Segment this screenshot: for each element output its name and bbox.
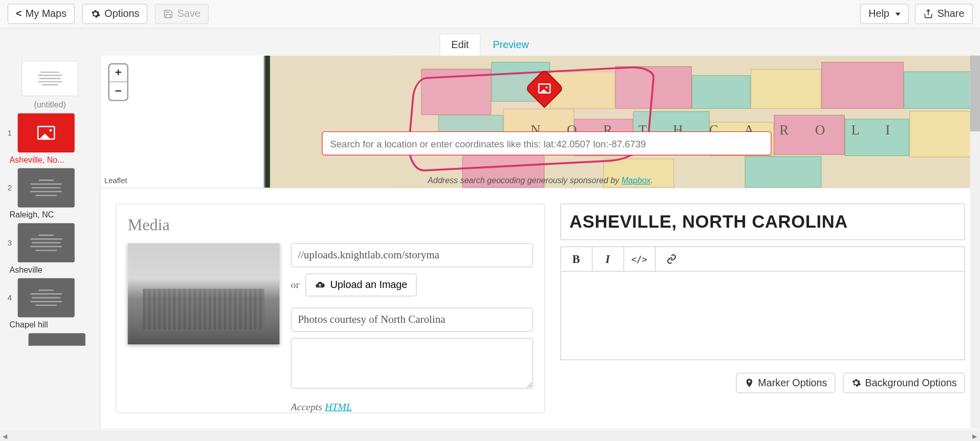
zoom-in-button[interactable]: + <box>110 64 127 82</box>
topbar: < My Maps Options Save Help Share <box>0 0 980 29</box>
slide-label: Raleigh, NC <box>10 210 100 219</box>
vertical-scrollbar[interactable] <box>970 56 980 429</box>
scroll-right-icon[interactable]: ▶ <box>970 431 980 441</box>
geocoding-attribution: Address search geocoding generously spon… <box>428 175 653 185</box>
help-dropdown[interactable]: Help <box>860 4 909 24</box>
slide-number: 2 <box>8 183 13 192</box>
slide-row: 3 <box>4 223 96 262</box>
link-button[interactable] <box>655 247 687 271</box>
media-caption-input[interactable] <box>291 338 532 389</box>
content-area: N O R T H C A R O L I + − Leaflet Addres… <box>100 56 980 429</box>
mapbox-link[interactable]: Mapbox <box>622 175 651 185</box>
italic-button[interactable]: I <box>592 247 624 271</box>
slide-number: 4 <box>8 293 13 302</box>
leaflet-attribution: Leaflet <box>104 177 127 185</box>
slide-thumbnail-partial[interactable] <box>29 333 86 346</box>
slide-thumbnail-2[interactable] <box>18 168 75 208</box>
accepts-label: Accepts HTML <box>291 401 532 412</box>
slides-sidebar: (untitled) 1 Asheville, No... 2 <box>0 56 100 429</box>
slide-row: 2 <box>4 168 96 208</box>
marker-icon <box>744 378 754 388</box>
tab-preview[interactable]: Preview <box>481 33 541 55</box>
marker-options-button[interactable]: Marker Options <box>736 373 835 393</box>
editor-panels: Media or Upload an Image <box>100 188 980 428</box>
scroll-left-icon[interactable]: ◀ <box>0 431 10 441</box>
media-url-input[interactable] <box>291 243 532 267</box>
background-options-button[interactable]: Background Options <box>843 373 965 393</box>
title-slide[interactable]: (untitled) <box>12 61 88 109</box>
slide-row: 1 <box>4 113 96 152</box>
text-panel: B I </> Marker Options <box>560 204 965 413</box>
html-link[interactable]: HTML <box>325 401 352 412</box>
link-icon <box>666 254 676 264</box>
zoom-control: + − <box>108 63 129 101</box>
upload-image-button[interactable]: Upload an Image <box>306 274 417 296</box>
image-icon <box>538 83 551 94</box>
slide-thumbnail-3[interactable] <box>18 223 75 262</box>
slide-number: 1 <box>8 128 13 137</box>
editor-toolbar: B I </> <box>560 247 965 272</box>
tab-edit[interactable]: Edit <box>439 33 481 55</box>
media-heading: Media <box>127 215 532 234</box>
slide-label: Asheville <box>10 264 100 274</box>
text-lines-icon <box>18 290 75 306</box>
slide-label: Chapel hill <box>10 320 100 329</box>
description-editor[interactable] <box>560 272 965 360</box>
options-button[interactable]: Options <box>82 4 147 24</box>
gear-icon <box>91 9 101 19</box>
headline-input[interactable] <box>560 204 965 240</box>
slide-thumbnail-1[interactable] <box>18 113 75 152</box>
media-credit-input[interactable] <box>291 307 532 332</box>
map-marker[interactable] <box>530 75 558 102</box>
zoom-out-button[interactable]: − <box>110 82 127 100</box>
location-search-input[interactable] <box>322 131 772 156</box>
or-label: or <box>291 279 299 291</box>
main: (untitled) 1 Asheville, No... 2 <box>0 56 980 429</box>
gear-icon <box>851 378 861 388</box>
text-lines-icon <box>38 72 62 85</box>
image-icon <box>37 126 55 140</box>
cloud-upload-icon <box>315 280 325 290</box>
mode-tabs: Edit Preview <box>0 29 980 56</box>
code-button[interactable]: </> <box>624 247 655 271</box>
save-button[interactable]: Save <box>155 4 208 24</box>
media-thumbnail <box>127 243 279 344</box>
bold-button[interactable]: B <box>561 247 592 271</box>
share-icon <box>923 9 933 19</box>
horizontal-scrollbar[interactable]: ◀ ▶ <box>0 431 980 441</box>
slide-label: Asheville, No... <box>10 155 100 165</box>
save-icon <box>163 9 174 19</box>
share-button[interactable]: Share <box>915 4 972 24</box>
text-lines-icon <box>18 234 75 251</box>
title-slide-label: (untitled) <box>12 100 88 109</box>
slide-number: 3 <box>8 238 13 247</box>
text-lines-icon <box>18 180 75 196</box>
my-maps-button[interactable]: < My Maps <box>8 4 75 24</box>
chevron-left-icon: < <box>16 8 22 19</box>
slide-row: 4 <box>4 278 96 317</box>
media-panel: Media or Upload an Image <box>116 204 545 413</box>
map-area[interactable]: N O R T H C A R O L I + − Leaflet Addres… <box>100 56 980 188</box>
slide-thumbnail-4[interactable] <box>18 278 75 317</box>
